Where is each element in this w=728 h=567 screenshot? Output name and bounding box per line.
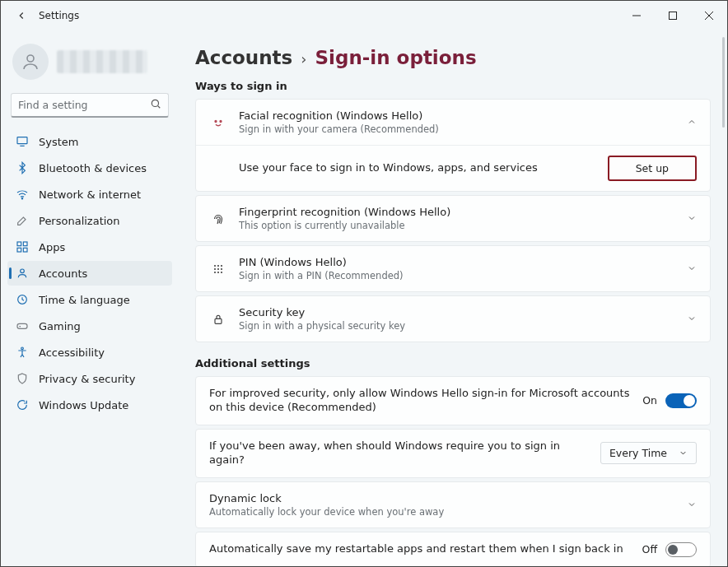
nav-label: Network & internet [39,188,141,201]
chevron-down-icon [687,311,697,327]
scrollbar[interactable] [722,37,725,128]
row-sub: Sign in with a physical security key [239,320,675,332]
chevron-down-icon [687,261,697,277]
svg-point-14 [21,269,25,273]
nav-accounts[interactable]: Accounts [7,261,172,286]
wifi-icon [16,188,29,201]
restart-apps-toggle[interactable] [665,542,697,557]
hello-only-toggle[interactable] [665,393,697,408]
keypad-icon [209,263,227,276]
svg-rect-31 [215,318,222,323]
brush-icon [16,214,29,227]
facial-setup-row: Use your face to sign in to Windows, app… [196,145,710,191]
nav-label: Time & language [39,294,130,306]
breadcrumb-current: Sign-in options [315,47,477,68]
nav-label: Windows Update [39,399,128,411]
set-up-button[interactable]: Set up [608,156,697,181]
row-title: Security key [239,306,675,318]
svg-point-27 [221,267,222,269]
nav-label: Personalization [39,215,120,227]
row-title: For improved security, only allow Window… [209,387,631,415]
row-sub: Sign in with your camera (Recommended) [239,123,675,135]
svg-point-20 [215,120,217,122]
nav-gaming[interactable]: Gaming [7,314,172,338]
nav-time-language[interactable]: Time & language [7,287,172,312]
svg-point-9 [21,198,22,199]
chevron-up-icon [687,114,697,130]
section-additional-settings: Additional settings [195,357,711,369]
section-ways-to-sign-in: Ways to sign in [195,80,711,92]
minimize-button[interactable] [618,1,655,30]
row-title: Dynamic lock [209,492,675,504]
row-sub: Sign in with a PIN (Recommended) [239,270,675,281]
accounts-icon [16,267,29,280]
lock-icon [209,313,227,326]
face-icon [209,115,227,130]
fingerprint-icon [209,211,227,226]
fingerprint-card[interactable]: Fingerprint recognition (Windows Hello) … [195,195,711,242]
nav-accessibility[interactable]: Accessibility [7,340,172,365]
profile-block[interactable] [7,35,172,93]
svg-rect-16 [17,323,27,328]
svg-point-26 [217,267,219,269]
nav-personalization[interactable]: Personalization [7,208,172,233]
nav-system[interactable]: System [7,129,172,154]
facial-recognition-row[interactable]: Facial recognition (Windows Hello) Sign … [196,100,710,145]
sidebar: System Bluetooth & devices Network & int… [1,30,179,567]
nav-privacy[interactable]: Privacy & security [7,366,172,391]
chevron-down-icon [687,497,697,513]
back-button[interactable] [9,3,34,28]
reauth-dropdown[interactable]: Every Time [600,442,697,464]
row-title: Facial recognition (Windows Hello) [239,109,675,122]
pin-card[interactable]: PIN (Windows Hello) Sign in with a PIN (… [195,245,711,292]
svg-point-29 [217,271,219,272]
content: Accounts › Sign-in options Ways to sign … [179,30,727,567]
clock-icon [16,293,29,306]
svg-rect-11 [23,242,27,246]
hello-only-card: For improved security, only allow Window… [195,376,711,425]
security-key-card[interactable]: Security key Sign in with a physical sec… [195,295,711,342]
svg-point-24 [221,264,222,266]
row-sub: This option is currently unavailable [239,220,675,231]
window-title: Settings [39,10,79,21]
svg-point-25 [214,267,216,269]
titlebar: Settings [1,1,727,30]
shield-icon [16,372,29,385]
toggle-state-label: On [642,394,657,407]
maximize-button[interactable] [655,1,691,30]
chevron-down-icon [679,448,688,458]
row-title: PIN (Windows Hello) [239,256,675,268]
svg-line-6 [158,106,161,109]
dynamic-lock-card[interactable]: Dynamic lock Automatically lock your dev… [195,481,711,528]
svg-point-23 [217,264,219,266]
bluetooth-icon [16,161,29,174]
nav-apps[interactable]: Apps [7,235,172,259]
chevron-right-icon: › [301,50,306,67]
search-input[interactable] [18,99,150,111]
nav: System Bluetooth & devices Network & int… [7,129,172,417]
chevron-down-icon [687,211,697,226]
svg-point-30 [221,271,222,272]
breadcrumb-parent[interactable]: Accounts [195,47,292,68]
nav-network[interactable]: Network & internet [7,182,172,207]
gaming-icon [16,319,29,332]
profile-name-redacted [57,50,147,73]
nav-label: Apps [39,241,65,253]
nav-windows-update[interactable]: Windows Update [7,393,172,417]
accessibility-icon [16,346,29,359]
search-box[interactable] [11,93,169,118]
restart-apps-card: Automatically save my restartable apps a… [195,532,711,567]
close-button[interactable] [691,1,727,30]
nav-label: Accessibility [39,346,105,359]
nav-bluetooth[interactable]: Bluetooth & devices [7,156,172,180]
search-icon [150,97,161,113]
svg-point-5 [152,100,158,106]
svg-point-22 [214,264,216,266]
apps-icon [16,240,29,253]
svg-point-4 [27,55,34,62]
nav-label: Accounts [39,267,87,280]
svg-point-21 [220,120,222,122]
avatar [12,44,49,80]
svg-rect-1 [670,12,677,20]
svg-rect-10 [17,242,21,246]
